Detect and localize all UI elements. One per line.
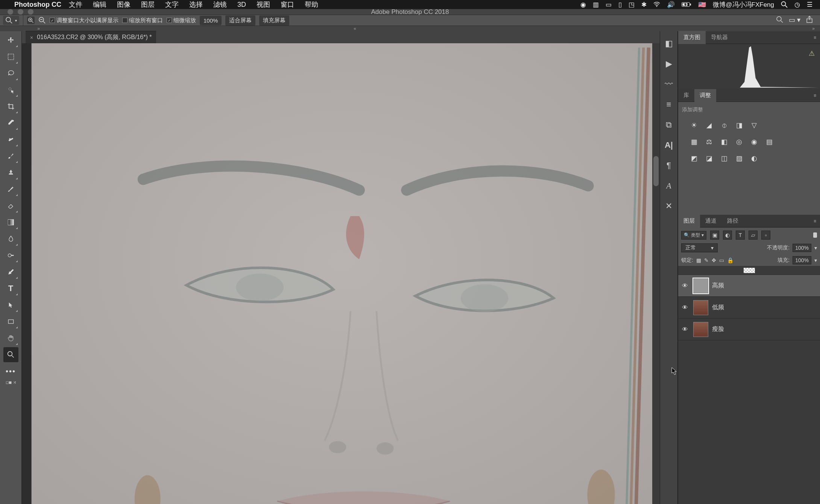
rectangle-tool[interactable] (3, 314, 18, 329)
paragraph-panel-icon[interactable]: ¶ (667, 161, 671, 170)
threshold-icon[interactable]: ◫ (719, 153, 729, 164)
fill-value[interactable]: 100% (793, 256, 811, 264)
photo-filter-icon[interactable]: ◎ (734, 137, 744, 147)
menu-help[interactable]: 帮助 (305, 0, 318, 9)
visibility-toggle-icon[interactable]: 👁 (680, 304, 689, 311)
layer-thumbnail[interactable] (693, 322, 708, 337)
adjustments-panel-menu-icon[interactable]: ≡ (810, 93, 820, 98)
gradient-tool[interactable] (3, 215, 18, 230)
menu-window[interactable]: 窗口 (281, 0, 294, 9)
crop-tool[interactable] (3, 99, 18, 114)
exposure-icon[interactable]: ◨ (734, 120, 744, 131)
layers-panel-menu-icon[interactable]: ≡ (810, 219, 820, 224)
library-tab[interactable]: 库 (678, 89, 694, 102)
layer-thumbnail[interactable] (693, 278, 708, 293)
path-select-tool[interactable] (3, 298, 18, 313)
spotlight-icon[interactable] (781, 1, 788, 8)
vibrance-icon[interactable]: ▽ (749, 120, 759, 131)
menu-view[interactable]: 视图 (257, 0, 270, 9)
wifi-icon[interactable] (653, 2, 660, 7)
channels-tab[interactable]: 通道 (700, 214, 722, 228)
lock-all-icon[interactable]: 🔒 (727, 257, 733, 263)
vertical-ruler[interactable] (22, 43, 32, 504)
histogram-panel-menu-icon[interactable]: ≡ (810, 35, 820, 40)
menu-image[interactable]: 图像 (117, 0, 131, 9)
eyedropper-tool[interactable] (3, 115, 18, 131)
canvas[interactable] (32, 43, 652, 504)
workspace-switch-icon[interactable]: ▭ ▾ (789, 16, 800, 25)
color-lookup-icon[interactable]: ▤ (764, 137, 774, 147)
fill-screen-button[interactable]: 填充屏幕 (259, 15, 289, 26)
zoom-all-checkbox[interactable]: 缩放所有窗口 (122, 17, 163, 24)
opacity-dropdown-icon[interactable]: ▾ (814, 245, 817, 251)
filter-toggle-switch[interactable] (813, 232, 817, 238)
layer-name-label[interactable]: 低频 (712, 304, 724, 311)
filter-pixel-icon[interactable]: ▣ (710, 231, 719, 240)
zoom-in-icon[interactable] (27, 17, 35, 24)
battery-icon[interactable] (682, 2, 691, 7)
menu-layer[interactable]: 图层 (141, 0, 155, 9)
lock-artboard-icon[interactable]: ▭ (719, 257, 724, 263)
filter-smart-icon[interactable]: ▫ (761, 231, 770, 240)
dodge-tool[interactable] (3, 248, 18, 263)
layers-tab[interactable]: 图层 (678, 214, 700, 228)
default-colors-icon[interactable]: ◻◼ ⤭ (4, 380, 18, 384)
adjustments-tab[interactable]: 调整 (694, 89, 716, 102)
filter-type-icon[interactable]: T (736, 231, 745, 240)
scroll-thumb[interactable] (653, 156, 659, 186)
clone-stamp-tool[interactable] (3, 165, 18, 180)
actions-play-icon[interactable]: ▶ (666, 59, 672, 69)
layer-group-indicator[interactable] (678, 266, 820, 275)
swap-colors-icon[interactable]: ⤭ (13, 380, 16, 384)
screen-icon[interactable]: ▥ (593, 1, 599, 9)
current-tool-indicator[interactable]: ▾ (3, 16, 19, 25)
brush-settings-icon[interactable]: ≡ (667, 100, 671, 109)
vertical-scrollbar[interactable] (652, 43, 660, 504)
menu-type[interactable]: 文字 (165, 0, 179, 9)
close-tab-icon[interactable]: × (30, 35, 33, 41)
layer-name-label[interactable]: 瘦脸 (712, 325, 724, 333)
notifications-icon[interactable]: ☰ (807, 1, 812, 9)
display2-icon[interactable]: ▯ (618, 1, 622, 9)
layer-row-low-freq[interactable]: 👁 低频 (678, 297, 820, 319)
curves-icon[interactable]: ⦶ (719, 120, 729, 131)
weibo-status[interactable]: 微博@冯小冯FXFeng (713, 0, 774, 9)
volume-icon[interactable]: 🔊 (667, 1, 675, 9)
selective-color-icon[interactable]: ◐ (749, 153, 759, 164)
channel-mixer-icon[interactable]: ◉ (749, 137, 759, 147)
gradient-map-icon[interactable]: ▨ (734, 153, 744, 164)
visibility-toggle-icon[interactable]: 👁 (680, 326, 689, 333)
tool-presets-icon[interactable]: ✕ (665, 201, 672, 211)
brush-panel-icon[interactable]: 〰 (665, 79, 673, 89)
layer-row-high-freq[interactable]: 👁 高频 (678, 275, 820, 297)
panels-collapse-icon[interactable]: « (354, 26, 361, 31)
glyphs-panel-icon[interactable]: A (666, 181, 671, 191)
zoom-tool[interactable] (3, 347, 18, 362)
opacity-value[interactable]: 100% (793, 244, 811, 252)
blend-mode-dropdown[interactable]: 正常 ▾ (681, 243, 718, 252)
bluetooth-icon[interactable]: ✱ (641, 1, 647, 9)
levels-icon[interactable]: ◢ (704, 120, 714, 131)
eraser-tool[interactable] (3, 198, 18, 213)
invert-icon[interactable]: ◩ (689, 153, 699, 164)
filter-shape-icon[interactable]: ▱ (749, 231, 758, 240)
layer-list[interactable]: 👁 高频 👁 低频 👁 瘦脸 (678, 266, 820, 504)
record-icon[interactable]: ◉ (580, 1, 586, 9)
picture-icon[interactable]: ◳ (629, 1, 635, 9)
move-tool[interactable] (3, 33, 18, 48)
layer-thumbnail[interactable] (693, 300, 708, 315)
zoom-window-button[interactable] (28, 9, 33, 15)
clone-panel-icon[interactable]: ⧉ (666, 120, 672, 130)
lasso-tool[interactable] (3, 66, 18, 81)
hue-sat-icon[interactable]: ▦ (689, 137, 699, 147)
color-panel-icon[interactable]: ◧ (665, 39, 673, 49)
visibility-toggle-icon[interactable]: 👁 (680, 282, 689, 289)
scrubby-zoom-checkbox[interactable]: ✓细微缩放 (167, 17, 196, 24)
hand-tool[interactable] (3, 331, 18, 346)
panels-expand-icon[interactable]: » (812, 26, 820, 31)
color-balance-icon[interactable]: ⚖ (704, 137, 714, 147)
filter-adjustment-icon[interactable]: ◐ (723, 231, 732, 240)
posterize-icon[interactable]: ◪ (704, 153, 714, 164)
pen-tool[interactable] (3, 264, 18, 279)
toolbar-collapse-icon[interactable]: » (0, 26, 42, 31)
